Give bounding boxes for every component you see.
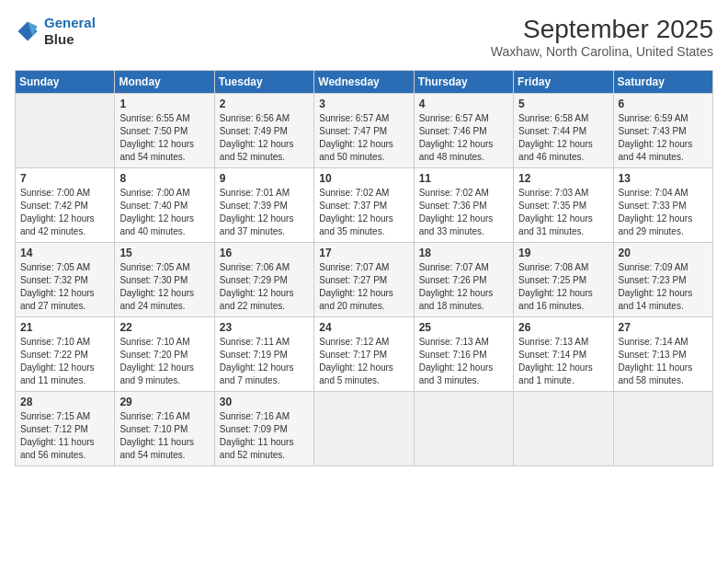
day-number: 11 (419, 172, 508, 185)
column-header-wednesday: Wednesday (314, 71, 414, 94)
day-number: 17 (319, 247, 408, 259)
title-block: September 2025 Waxhaw, North Carolina, U… (491, 15, 713, 59)
column-header-monday: Monday (115, 71, 214, 94)
cell-info: Sunrise: 6:59 AMSunset: 7:43 PMDaylight:… (619, 112, 708, 164)
calendar-cell: 13Sunrise: 7:04 AMSunset: 7:33 PMDayligh… (613, 168, 712, 243)
calendar-cell: 17Sunrise: 7:07 AMSunset: 7:27 PMDayligh… (314, 243, 414, 317)
column-header-saturday: Saturday (613, 71, 712, 94)
cell-info: Sunrise: 6:56 AMSunset: 7:49 PMDaylight:… (220, 112, 309, 164)
calendar-cell: 19Sunrise: 7:08 AMSunset: 7:25 PMDayligh… (514, 243, 613, 317)
cell-info: Sunrise: 7:12 AMSunset: 7:17 PMDaylight:… (319, 336, 408, 387)
calendar-cell (16, 94, 115, 168)
calendar-cell: 6Sunrise: 6:59 AMSunset: 7:43 PMDaylight… (613, 94, 712, 168)
header-row: SundayMondayTuesdayWednesdayThursdayFrid… (16, 71, 713, 94)
calendar-cell: 18Sunrise: 7:07 AMSunset: 7:26 PMDayligh… (414, 243, 513, 317)
day-number: 22 (119, 321, 209, 334)
calendar-cell: 3Sunrise: 6:57 AMSunset: 7:47 PMDaylight… (314, 94, 414, 168)
calendar-cell: 25Sunrise: 7:13 AMSunset: 7:16 PMDayligh… (414, 317, 513, 392)
column-header-friday: Friday (514, 71, 613, 94)
day-number: 25 (419, 321, 508, 334)
calendar-cell: 29Sunrise: 7:16 AMSunset: 7:10 PMDayligh… (115, 392, 214, 466)
day-number: 15 (119, 247, 209, 259)
cell-info: Sunrise: 7:02 AMSunset: 7:37 PMDaylight:… (319, 187, 408, 238)
cell-info: Sunrise: 7:05 AMSunset: 7:32 PMDaylight:… (20, 261, 109, 313)
calendar-cell: 4Sunrise: 6:57 AMSunset: 7:46 PMDaylight… (414, 94, 513, 168)
calendar-cell: 30Sunrise: 7:16 AMSunset: 7:09 PMDayligh… (214, 392, 313, 466)
cell-info: Sunrise: 6:55 AMSunset: 7:50 PMDaylight:… (119, 112, 209, 164)
calendar-cell: 27Sunrise: 7:14 AMSunset: 7:13 PMDayligh… (613, 317, 712, 392)
calendar-cell: 8Sunrise: 7:00 AMSunset: 7:40 PMDaylight… (115, 168, 214, 243)
cell-info: Sunrise: 6:57 AMSunset: 7:46 PMDaylight:… (419, 112, 508, 164)
calendar-cell (613, 392, 712, 466)
cell-info: Sunrise: 7:15 AMSunset: 7:12 PMDaylight:… (20, 410, 109, 462)
week-row-1: 1Sunrise: 6:55 AMSunset: 7:50 PMDaylight… (16, 94, 713, 168)
day-number: 6 (619, 98, 708, 110)
cell-info: Sunrise: 6:57 AMSunset: 7:47 PMDaylight:… (319, 112, 408, 164)
month-year: September 2025 (491, 15, 713, 44)
day-number: 14 (20, 247, 109, 259)
calendar-table: SundayMondayTuesdayWednesdayThursdayFrid… (15, 70, 713, 466)
cell-info: Sunrise: 7:13 AMSunset: 7:14 PMDaylight:… (518, 336, 608, 387)
day-number: 18 (419, 247, 508, 259)
calendar-cell: 5Sunrise: 6:58 AMSunset: 7:44 PMDaylight… (514, 94, 613, 168)
logo: General Blue (15, 15, 96, 48)
calendar-cell: 21Sunrise: 7:10 AMSunset: 7:22 PMDayligh… (16, 317, 115, 392)
calendar-cell (514, 392, 613, 466)
cell-info: Sunrise: 7:05 AMSunset: 7:30 PMDaylight:… (119, 261, 209, 313)
column-header-tuesday: Tuesday (214, 71, 313, 94)
cell-info: Sunrise: 7:04 AMSunset: 7:33 PMDaylight:… (619, 187, 708, 238)
day-number: 12 (518, 172, 608, 185)
cell-info: Sunrise: 7:10 AMSunset: 7:20 PMDaylight:… (119, 336, 209, 387)
column-header-thursday: Thursday (414, 71, 513, 94)
cell-info: Sunrise: 7:14 AMSunset: 7:13 PMDaylight:… (619, 336, 708, 387)
cell-info: Sunrise: 7:07 AMSunset: 7:27 PMDaylight:… (319, 261, 408, 313)
day-number: 7 (20, 172, 109, 185)
day-number: 9 (220, 172, 309, 185)
day-number: 20 (619, 247, 708, 259)
day-number: 13 (619, 172, 708, 185)
column-header-sunday: Sunday (16, 71, 115, 94)
day-number: 5 (518, 98, 608, 110)
day-number: 16 (220, 247, 309, 259)
calendar-cell: 16Sunrise: 7:06 AMSunset: 7:29 PMDayligh… (214, 243, 313, 317)
calendar-cell: 11Sunrise: 7:02 AMSunset: 7:36 PMDayligh… (414, 168, 513, 243)
calendar-cell: 26Sunrise: 7:13 AMSunset: 7:14 PMDayligh… (514, 317, 613, 392)
cell-info: Sunrise: 7:03 AMSunset: 7:35 PMDaylight:… (518, 187, 608, 238)
day-number: 8 (119, 172, 209, 185)
calendar-cell: 10Sunrise: 7:02 AMSunset: 7:37 PMDayligh… (314, 168, 414, 243)
cell-info: Sunrise: 7:13 AMSunset: 7:16 PMDaylight:… (419, 336, 508, 387)
location: Waxhaw, North Carolina, United States (491, 44, 713, 59)
calendar-cell (414, 392, 513, 466)
cell-info: Sunrise: 7:11 AMSunset: 7:19 PMDaylight:… (220, 336, 309, 387)
day-number: 23 (220, 321, 309, 334)
day-number: 2 (220, 98, 309, 110)
day-number: 4 (419, 98, 508, 110)
day-number: 3 (319, 98, 408, 110)
cell-info: Sunrise: 7:02 AMSunset: 7:36 PMDaylight:… (419, 187, 508, 238)
cell-info: Sunrise: 7:16 AMSunset: 7:10 PMDaylight:… (119, 410, 209, 462)
week-row-4: 21Sunrise: 7:10 AMSunset: 7:22 PMDayligh… (16, 317, 713, 392)
calendar-cell: 28Sunrise: 7:15 AMSunset: 7:12 PMDayligh… (16, 392, 115, 466)
calendar-cell (314, 392, 414, 466)
day-number: 10 (319, 172, 408, 185)
day-number: 24 (319, 321, 408, 334)
day-number: 26 (518, 321, 608, 334)
page-header: General Blue September 2025 Waxhaw, Nort… (15, 15, 713, 59)
calendar-cell: 22Sunrise: 7:10 AMSunset: 7:20 PMDayligh… (115, 317, 214, 392)
cell-info: Sunrise: 7:00 AMSunset: 7:42 PMDaylight:… (20, 187, 109, 238)
cell-info: Sunrise: 7:00 AMSunset: 7:40 PMDaylight:… (119, 187, 209, 238)
cell-info: Sunrise: 7:09 AMSunset: 7:23 PMDaylight:… (619, 261, 708, 313)
calendar-cell: 15Sunrise: 7:05 AMSunset: 7:30 PMDayligh… (115, 243, 214, 317)
cell-info: Sunrise: 7:16 AMSunset: 7:09 PMDaylight:… (220, 410, 309, 462)
day-number: 21 (20, 321, 109, 334)
day-number: 27 (619, 321, 708, 334)
week-row-3: 14Sunrise: 7:05 AMSunset: 7:32 PMDayligh… (16, 243, 713, 317)
calendar-cell: 1Sunrise: 6:55 AMSunset: 7:50 PMDaylight… (115, 94, 214, 168)
logo-icon (15, 18, 40, 44)
calendar-cell: 24Sunrise: 7:12 AMSunset: 7:17 PMDayligh… (314, 317, 414, 392)
calendar-cell: 23Sunrise: 7:11 AMSunset: 7:19 PMDayligh… (214, 317, 313, 392)
calendar-cell: 2Sunrise: 6:56 AMSunset: 7:49 PMDaylight… (214, 94, 313, 168)
logo-line1: General (44, 15, 96, 30)
calendar-cell: 20Sunrise: 7:09 AMSunset: 7:23 PMDayligh… (613, 243, 712, 317)
cell-info: Sunrise: 7:08 AMSunset: 7:25 PMDaylight:… (518, 261, 608, 313)
